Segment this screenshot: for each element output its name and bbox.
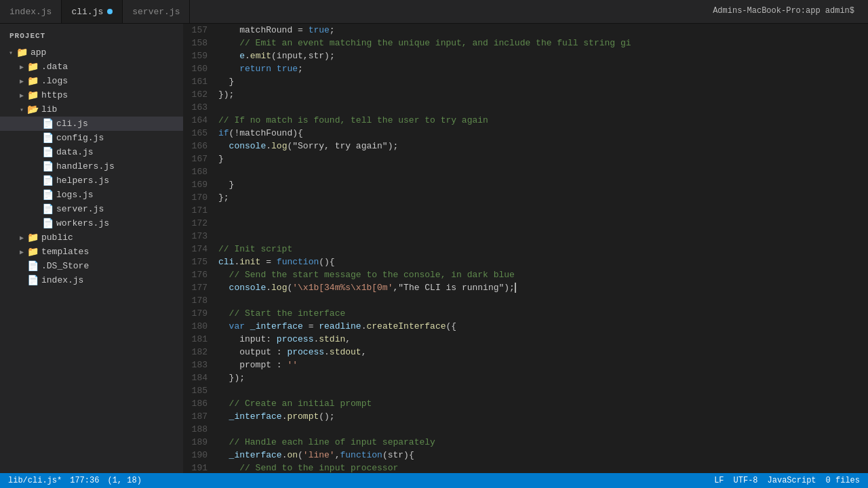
status-rowcol: (1, 18)	[107, 476, 141, 485]
sidebar-item-workers-js[interactable]: ▶ 📄 workers.js	[0, 216, 183, 230]
sidebar-item-label: index.js	[41, 275, 183, 285]
sidebar-item-label: workers.js	[56, 218, 183, 228]
tab-index-js[interactable]: index.js	[0, 0, 62, 23]
code-line	[218, 204, 868, 217]
tab-cli-js[interactable]: cli.js	[62, 0, 123, 23]
sidebar-item-label: cli.js	[56, 119, 183, 129]
sidebar-item-label: server.js	[56, 204, 183, 214]
status-files: 0 files	[826, 476, 860, 485]
code-line: // Start the interface	[218, 307, 868, 320]
sidebar-item-public[interactable]: ▶ 📁 public	[0, 230, 183, 245]
code-line: });	[218, 88, 868, 101]
sidebar-item-handlers-js[interactable]: ▶ 📄 handlers.js	[0, 159, 183, 174]
code-line: }	[218, 75, 868, 88]
arrow-icon: ▾	[16, 106, 27, 114]
code-line: _interface.prompt();	[218, 410, 868, 423]
sidebar: Project ▾ 📁 app ▶ 📁 .data ▶ 📁 .logs ▶ 📁 …	[0, 24, 183, 473]
sidebar-item-label: app	[31, 47, 183, 58]
code-line	[218, 423, 868, 436]
tab-cli-js-label: cli.js	[71, 7, 103, 17]
code-editor[interactable]: 1571581591601611621631641651661671681691…	[183, 24, 868, 473]
code-line: var _interface = readline.createInterfac…	[218, 320, 868, 333]
sidebar-item-label: handlers.js	[56, 161, 183, 171]
code-line: }	[218, 152, 868, 165]
code-line: matchRound = true;	[218, 24, 868, 37]
sidebar-item-label: public	[41, 232, 183, 243]
sidebar-item-label: config.js	[56, 133, 183, 143]
code-line: output : process.stdout,	[218, 346, 868, 359]
code-line: // Init script	[218, 243, 868, 256]
sidebar-item-label: .DS_Store	[41, 261, 183, 271]
code-line: console.log('\x1b[34m%s\x1b[0m',"The CLI…	[218, 281, 868, 294]
sidebar-item-index-js[interactable]: ▶ 📄 index.js	[0, 273, 183, 287]
code-line: }	[218, 178, 868, 191]
file-icon: 📄	[42, 161, 54, 172]
status-right: LF UTF-8 JavaScript 0 files	[714, 476, 860, 485]
terminal-label: Admins-MacBook-Pro:app admin$	[713, 6, 854, 16]
tab-index-js-label: index.js	[9, 7, 52, 17]
tab-server-js-label: server.js	[132, 7, 180, 17]
text-cursor	[515, 283, 516, 293]
arrow-icon: ▾	[5, 49, 16, 57]
file-icon: 📄	[42, 218, 54, 229]
sidebar-item-label: data.js	[56, 147, 183, 157]
sidebar-item-logs-js[interactable]: ▶ 📄 logs.js	[0, 188, 183, 202]
sidebar-item-server-js[interactable]: ▶ 📄 server.js	[0, 202, 183, 216]
sidebar-item-logs[interactable]: ▶ 📁 .logs	[0, 74, 183, 88]
sidebar-item-data[interactable]: ▶ 📁 .data	[0, 60, 183, 74]
arrow-icon: ▶	[16, 92, 27, 100]
status-position: 177:36	[70, 476, 99, 485]
code-line: _interface.on('line',function(str){	[218, 449, 868, 462]
arrow-icon: ▶	[16, 234, 27, 242]
status-language: JavaScript	[768, 476, 816, 485]
sidebar-title: Project	[0, 26, 183, 45]
code-line: input: process.stdin,	[218, 333, 868, 346]
code-line	[218, 294, 868, 307]
sidebar-item-helpers-js[interactable]: ▶ 📄 helpers.js	[0, 174, 183, 188]
file-icon: 📄	[27, 260, 39, 272]
code-line: e.emit(input,str);	[218, 49, 868, 62]
code-line: console.log("Sorry, try again");	[218, 140, 868, 152]
sidebar-item-label: .data	[41, 62, 183, 72]
sidebar-item-label: https	[41, 90, 183, 100]
file-icon: 📄	[27, 274, 39, 286]
code-line: // Create an initial prompt	[218, 397, 868, 410]
sidebar-item-label: helpers.js	[56, 176, 183, 186]
code-line: if(!matchFound){	[218, 127, 868, 140]
code-line: };	[218, 191, 868, 204]
status-line-ending: LF	[714, 476, 724, 485]
status-path: lib/cli.js*	[8, 476, 62, 485]
sidebar-item-config-js[interactable]: ▶ 📄 config.js	[0, 131, 183, 145]
sidebar-item-app[interactable]: ▾ 📁 app	[0, 45, 183, 60]
folder-open-icon: 📂	[27, 104, 39, 115]
sidebar-item-https[interactable]: ▶ 📁 https	[0, 88, 183, 102]
code-line: prompt : ''	[218, 359, 868, 371]
code-line	[218, 165, 868, 178]
sidebar-item-ds-store[interactable]: ▶ 📄 .DS_Store	[0, 259, 183, 273]
code-line: return true;	[218, 62, 868, 75]
tab-server-js[interactable]: server.js	[123, 0, 190, 23]
sidebar-item-data-js[interactable]: ▶ 📄 data.js	[0, 145, 183, 159]
status-bar: lib/cli.js* 177:36 (1, 18) LF UTF-8 Java…	[0, 473, 868, 488]
file-icon: 📄	[42, 203, 54, 215]
arrow-icon: ▶	[16, 248, 27, 256]
code-line	[218, 217, 868, 230]
sidebar-item-lib[interactable]: ▾ 📂 lib	[0, 102, 183, 117]
code-line: // Send to the input processor	[218, 462, 868, 473]
sidebar-item-label: .logs	[41, 76, 183, 86]
code-line: cli.init = function(){	[218, 256, 868, 268]
folder-icon: 📁	[27, 232, 39, 243]
tab-modified-indicator	[107, 9, 113, 14]
file-icon: 📄	[42, 189, 54, 201]
arrow-icon: ▶	[16, 77, 27, 85]
tab-bar: index.js cli.js server.js Admins-MacBook…	[0, 0, 868, 24]
folder-icon: 📁	[27, 75, 39, 87]
sidebar-item-cli-js[interactable]: ▶ 📄 cli.js	[0, 117, 183, 131]
code-line	[218, 230, 868, 243]
folder-icon: 📁	[16, 47, 28, 58]
folder-icon: 📁	[27, 246, 39, 258]
code-lines[interactable]: matchRound = true; // Emit an event matc…	[213, 24, 868, 473]
sidebar-item-label: lib	[41, 104, 183, 115]
sidebar-item-templates[interactable]: ▶ 📁 templates	[0, 245, 183, 259]
code-line	[218, 384, 868, 397]
